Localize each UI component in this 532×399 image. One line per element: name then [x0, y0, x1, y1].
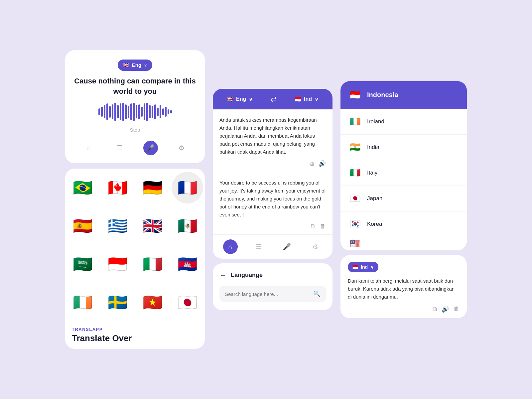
output-lang-pill[interactable]: 🇮🇩 Ind ∨	[348, 262, 378, 272]
stop-label: Stop	[130, 127, 140, 133]
country-name-japan: Japan	[367, 195, 382, 202]
volume-button-1[interactable]: 🔊	[319, 160, 326, 167]
copy-button-1[interactable]: ⧉	[310, 160, 314, 167]
list-item[interactable]: 🇫🇷	[170, 169, 205, 207]
canada-flag-icon: 🇨🇦	[102, 172, 133, 203]
cambodia-flag-icon: 🇰🇭	[172, 248, 203, 280]
language-search-title: Languange	[231, 272, 263, 279]
translate-card: 🇬🇧 Eng ∨ ⇄ 🇮🇩 Ind ∨ Anda untuk sukses me…	[213, 89, 332, 259]
list-item[interactable]: 🇸🇦	[65, 245, 100, 283]
back-button[interactable]: ←	[219, 271, 226, 279]
list-item[interactable]: 🇨🇦	[100, 169, 135, 207]
italy-flag-grid-icon: 🇮🇹	[137, 248, 168, 280]
mexico-flag-icon: 🇲🇽	[172, 210, 203, 242]
selected-country-name: Indonesia	[367, 91, 398, 99]
translation-output-actions: ⧉ 🔊 🗑	[348, 306, 460, 313]
list-item[interactable]: 🇻🇳	[135, 283, 170, 322]
country-list-card: 🇮🇩 Indonesia 🇮🇪 Ireland 🇮🇳 India 🇮🇹 Ital…	[340, 81, 467, 250]
settings-translate-nav-button[interactable]: ⚙	[308, 239, 323, 254]
list-item[interactable]: 🇸🇪	[100, 283, 135, 322]
list-item[interactable]: 🇬🇧	[135, 207, 170, 245]
document-translate-nav-button[interactable]: ☰	[251, 239, 266, 254]
delete-button-1[interactable]: 🗑	[320, 223, 326, 230]
swap-icon[interactable]: ⇄	[271, 95, 277, 103]
list-item[interactable]: 🇮🇹	[135, 245, 170, 283]
home-nav-button[interactable]: ⌂	[81, 141, 96, 155]
partial-flag-icon: 🇲🇾	[348, 237, 362, 250]
uk-flag-icon: 🇬🇧	[123, 62, 129, 68]
country-item-japan[interactable]: 🇯🇵 Japan	[340, 186, 467, 211]
from-lang-selector[interactable]: 🇬🇧 Eng ∨	[227, 96, 253, 102]
country-item-india[interactable]: 🇮🇳 India	[340, 135, 467, 160]
ireland-flag-icon: 🇮🇪	[348, 114, 362, 129]
list-item[interactable]: 🇪🇸	[65, 207, 100, 245]
copy-button-2[interactable]: ⧉	[311, 223, 315, 230]
japan-flag-icon: 🇯🇵	[348, 191, 362, 206]
waveform-display	[96, 102, 175, 122]
flags-footer: TRANSLAPP Translate Over	[65, 322, 205, 349]
translate-header: 🇬🇧 Eng ∨ ⇄ 🇮🇩 Ind ∨	[213, 89, 332, 109]
voice-bottom-nav: ⌂ ☰ 🎤 ⚙	[73, 138, 197, 157]
country-name-india: India	[367, 144, 379, 151]
output-copy-button[interactable]: ⧉	[433, 306, 437, 313]
translate-bottom-nav: ⌂ ☰ 🎤 ⚙	[213, 235, 332, 259]
middle-panel: 🇬🇧 Eng ∨ ⇄ 🇮🇩 Ind ∨ Anda untuk sukses me…	[213, 89, 332, 310]
list-item[interactable]: 🇬🇷	[100, 207, 135, 245]
korea-flag-icon: 🇰🇷	[348, 217, 362, 231]
home-translate-nav-button[interactable]: ⌂	[223, 239, 238, 254]
to-flag-icon: 🇮🇩	[295, 96, 301, 102]
mic-nav-button[interactable]: 🎤	[143, 141, 158, 155]
voice-lang-pill[interactable]: 🇬🇧 Eng ∨	[118, 60, 152, 71]
vietnam-flag-icon: 🇻🇳	[137, 287, 168, 318]
list-item[interactable]: 🇰🇭	[170, 245, 205, 283]
settings-nav-button[interactable]: ⚙	[174, 141, 189, 155]
language-search-header: ← Languange	[219, 271, 326, 279]
flags-card: 🇧🇷 🇨🇦 🇩🇪 🇫🇷 🇪🇸 🇬🇷 🇬🇧 🇲🇽	[65, 169, 205, 349]
output-volume-button[interactable]: 🔊	[442, 306, 449, 313]
voice-quote: Cause nothing can compare in this world …	[73, 76, 197, 97]
india-flag-icon: 🇮🇳	[348, 140, 362, 155]
saudi-flag-icon: 🇸🇦	[67, 248, 98, 280]
search-input[interactable]	[225, 291, 310, 297]
voice-card: 🇬🇧 Eng ∨ Cause nothing can compare in th…	[65, 50, 205, 164]
list-item[interactable]: 🇮🇩	[100, 245, 135, 283]
msg-actions-1: ⧉ 🔊	[213, 156, 332, 172]
italy-flag-icon: 🇮🇹	[348, 166, 362, 180]
from-lang-label: Eng	[236, 96, 246, 102]
right-panel: 🇮🇩 Indonesia 🇮🇪 Ireland 🇮🇳 India 🇮🇹 Ital…	[340, 81, 467, 318]
to-lang-selector[interactable]: 🇮🇩 Ind ∨	[295, 96, 319, 102]
translation-output-text: Dan kami telah pergi melalui saat-saat b…	[348, 277, 460, 301]
voice-lang-label: Eng	[132, 62, 141, 68]
list-item[interactable]: 🇮🇪	[65, 283, 100, 322]
translation-output-card: 🇮🇩 Ind ∨ Dan kami telah pergi melalui sa…	[340, 255, 467, 318]
language-search-card: ← Languange 🔍	[213, 263, 332, 310]
document-nav-button[interactable]: ☰	[112, 141, 127, 155]
greece-flag-icon: 🇬🇷	[102, 210, 133, 242]
country-name-ireland: Ireland	[367, 118, 384, 125]
list-item[interactable]: 🇩🇪	[135, 169, 170, 207]
uk-flag-grid-icon: 🇬🇧	[137, 210, 168, 242]
flags-grid: 🇧🇷 🇨🇦 🇩🇪 🇫🇷 🇪🇸 🇬🇷 🇬🇧 🇲🇽	[65, 169, 205, 322]
list-item[interactable]: 🇲🇽	[170, 207, 205, 245]
search-bar[interactable]: 🔍	[219, 286, 326, 302]
country-item-korea[interactable]: 🇰🇷 Korea	[340, 211, 467, 237]
output-lang-label: Ind	[361, 264, 368, 270]
country-item-italy[interactable]: 🇮🇹 Italy	[340, 160, 467, 186]
list-item[interactable]: 🇧🇷	[65, 169, 100, 207]
spain-flag-icon: 🇪🇸	[67, 210, 98, 242]
search-icon: 🔍	[313, 290, 321, 298]
output-flag-icon: 🇮🇩	[352, 264, 358, 270]
selected-country-flag-icon: 🇮🇩	[348, 88, 362, 102]
france-flag-icon: 🇫🇷	[172, 172, 203, 203]
translated-text-1: Anda untuk sukses merampas kegembiraan A…	[219, 116, 326, 156]
sweden-flag-icon: 🇸🇪	[102, 287, 133, 318]
selected-country-item[interactable]: 🇮🇩 Indonesia	[340, 81, 467, 109]
from-chevron-icon: ∨	[249, 96, 253, 102]
list-item[interactable]: 🇯🇵	[170, 283, 205, 322]
original-text-1: Your desire to be successful is robbing …	[219, 179, 326, 219]
japan-flag-grid-icon: 🇯🇵	[172, 287, 203, 318]
country-item-ireland[interactable]: 🇮🇪 Ireland	[340, 109, 467, 135]
mic-translate-nav-button[interactable]: 🎤	[280, 239, 294, 254]
chevron-down-icon: ∨	[144, 63, 147, 67]
output-delete-button[interactable]: 🗑	[454, 306, 460, 313]
